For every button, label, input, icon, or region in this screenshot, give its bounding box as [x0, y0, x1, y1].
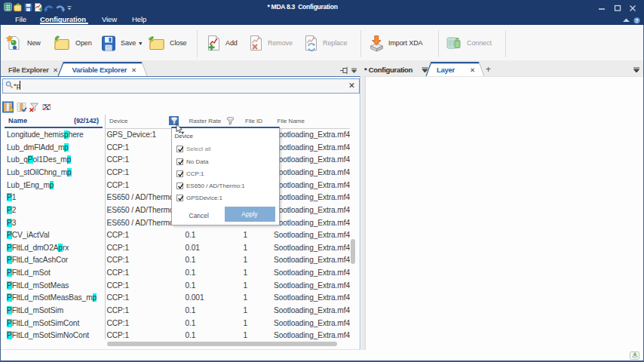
svg-text:?: ?: [635, 18, 638, 23]
